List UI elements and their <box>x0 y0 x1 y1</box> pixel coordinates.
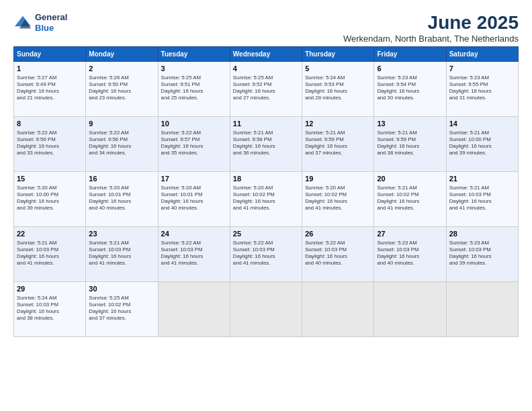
day-header-thursday: Thursday <box>302 47 374 62</box>
calendar-cell: 28Sunrise: 5:23 AMSunset: 10:03 PMDaylig… <box>446 227 518 282</box>
cell-details: Sunrise: 5:23 AMSunset: 9:54 PMDaylight:… <box>377 75 443 102</box>
header: General Blue June 2025 Werkendam, North … <box>13 12 519 44</box>
day-number: 20 <box>377 174 443 184</box>
calendar-cell: 1Sunrise: 5:27 AMSunset: 9:49 PMDaylight… <box>14 62 86 117</box>
calendar-cell <box>302 282 374 337</box>
cell-details: Sunrise: 5:20 AMSunset: 10:01 PMDaylight… <box>161 185 227 212</box>
day-number: 27 <box>377 229 443 239</box>
calendar-cell: 13Sunrise: 5:21 AMSunset: 9:59 PMDayligh… <box>374 117 446 172</box>
day-number: 23 <box>89 229 154 239</box>
calendar-cell <box>158 282 230 337</box>
day-number: 1 <box>17 64 83 74</box>
calendar-cell: 23Sunrise: 5:21 AMSunset: 10:03 PMDaylig… <box>86 227 158 282</box>
day-number: 30 <box>89 284 154 294</box>
calendar-cell: 16Sunrise: 5:20 AMSunset: 10:01 PMDaylig… <box>86 172 158 227</box>
cell-details: Sunrise: 5:25 AMSunset: 9:51 PMDaylight:… <box>161 75 227 102</box>
day-number: 10 <box>161 119 227 129</box>
logo-text: General Blue <box>35 12 67 33</box>
cell-details: Sunrise: 5:27 AMSunset: 9:49 PMDaylight:… <box>17 75 83 102</box>
calendar-cell: 19Sunrise: 5:20 AMSunset: 10:02 PMDaylig… <box>302 172 374 227</box>
day-number: 2 <box>89 64 154 74</box>
calendar-table: SundayMondayTuesdayWednesdayThursdayFrid… <box>13 46 519 337</box>
cell-details: Sunrise: 5:20 AMSunset: 10:01 PMDaylight… <box>89 185 154 212</box>
day-header-monday: Monday <box>86 47 158 62</box>
calendar-cell: 9Sunrise: 5:22 AMSunset: 9:56 PMDaylight… <box>86 117 158 172</box>
cell-details: Sunrise: 5:23 AMSunset: 10:03 PMDaylight… <box>377 240 443 267</box>
cell-details: Sunrise: 5:24 AMSunset: 10:03 PMDaylight… <box>17 295 83 322</box>
day-number: 4 <box>233 64 299 74</box>
day-number: 28 <box>449 229 515 239</box>
day-number: 5 <box>305 64 371 74</box>
calendar-cell: 18Sunrise: 5:20 AMSunset: 10:02 PMDaylig… <box>230 172 302 227</box>
title-block: June 2025 Werkendam, North Brabant, The … <box>343 12 519 44</box>
cell-details: Sunrise: 5:22 AMSunset: 9:56 PMDaylight:… <box>17 130 83 157</box>
cell-details: Sunrise: 5:20 AMSunset: 10:00 PMDaylight… <box>17 185 83 212</box>
calendar-cell: 2Sunrise: 5:26 AMSunset: 9:50 PMDaylight… <box>86 62 158 117</box>
calendar-cell <box>230 282 302 337</box>
calendar-cell: 5Sunrise: 5:24 AMSunset: 9:53 PMDaylight… <box>302 62 374 117</box>
day-number: 16 <box>89 174 154 184</box>
cell-details: Sunrise: 5:21 AMSunset: 9:59 PMDaylight:… <box>305 130 371 157</box>
calendar-cell: 29Sunrise: 5:24 AMSunset: 10:03 PMDaylig… <box>14 282 86 337</box>
cell-details: Sunrise: 5:21 AMSunset: 10:00 PMDaylight… <box>449 130 515 157</box>
cell-details: Sunrise: 5:20 AMSunset: 10:02 PMDaylight… <box>305 185 371 212</box>
month-title: June 2025 <box>343 12 519 34</box>
calendar-cell: 7Sunrise: 5:23 AMSunset: 9:55 PMDaylight… <box>446 62 518 117</box>
day-number: 15 <box>17 174 83 184</box>
calendar-cell: 17Sunrise: 5:20 AMSunset: 10:01 PMDaylig… <box>158 172 230 227</box>
day-number: 11 <box>233 119 299 129</box>
location-title: Werkendam, North Brabant, The Netherland… <box>343 34 519 44</box>
day-number: 14 <box>449 119 515 129</box>
calendar-cell: 10Sunrise: 5:22 AMSunset: 9:57 PMDayligh… <box>158 117 230 172</box>
day-number: 29 <box>17 284 83 294</box>
cell-details: Sunrise: 5:25 AMSunset: 9:52 PMDaylight:… <box>233 75 299 102</box>
calendar-cell: 8Sunrise: 5:22 AMSunset: 9:56 PMDaylight… <box>14 117 86 172</box>
calendar-cell <box>446 282 518 337</box>
day-number: 25 <box>233 229 299 239</box>
calendar-cell: 3Sunrise: 5:25 AMSunset: 9:51 PMDaylight… <box>158 62 230 117</box>
logo: General Blue <box>13 12 67 33</box>
cell-details: Sunrise: 5:22 AMSunset: 9:57 PMDaylight:… <box>161 130 227 157</box>
calendar-cell: 12Sunrise: 5:21 AMSunset: 9:59 PMDayligh… <box>302 117 374 172</box>
day-number: 12 <box>305 119 371 129</box>
day-number: 9 <box>89 119 154 129</box>
cell-details: Sunrise: 5:22 AMSunset: 10:03 PMDaylight… <box>233 240 299 267</box>
cell-details: Sunrise: 5:21 AMSunset: 10:03 PMDaylight… <box>89 240 154 267</box>
cell-details: Sunrise: 5:20 AMSunset: 10:02 PMDaylight… <box>233 185 299 212</box>
day-header-friday: Friday <box>374 47 446 62</box>
calendar-cell: 26Sunrise: 5:22 AMSunset: 10:03 PMDaylig… <box>302 227 374 282</box>
cell-details: Sunrise: 5:23 AMSunset: 9:55 PMDaylight:… <box>449 75 515 102</box>
day-number: 18 <box>233 174 299 184</box>
calendar-cell: 25Sunrise: 5:22 AMSunset: 10:03 PMDaylig… <box>230 227 302 282</box>
cell-details: Sunrise: 5:21 AMSunset: 10:03 PMDaylight… <box>17 240 83 267</box>
cell-details: Sunrise: 5:25 AMSunset: 10:02 PMDaylight… <box>89 295 154 322</box>
day-header-wednesday: Wednesday <box>230 47 302 62</box>
calendar-cell: 30Sunrise: 5:25 AMSunset: 10:02 PMDaylig… <box>86 282 158 337</box>
day-number: 26 <box>305 229 371 239</box>
cell-details: Sunrise: 5:22 AMSunset: 10:03 PMDaylight… <box>161 240 227 267</box>
day-header-sunday: Sunday <box>14 47 86 62</box>
day-number: 8 <box>17 119 83 129</box>
cell-details: Sunrise: 5:23 AMSunset: 10:03 PMDaylight… <box>449 240 515 267</box>
day-header-tuesday: Tuesday <box>158 47 230 62</box>
day-header-saturday: Saturday <box>446 47 518 62</box>
cell-details: Sunrise: 5:22 AMSunset: 10:03 PMDaylight… <box>305 240 371 267</box>
cell-details: Sunrise: 5:21 AMSunset: 10:03 PMDaylight… <box>449 185 515 212</box>
calendar-cell: 15Sunrise: 5:20 AMSunset: 10:00 PMDaylig… <box>14 172 86 227</box>
calendar-cell: 24Sunrise: 5:22 AMSunset: 10:03 PMDaylig… <box>158 227 230 282</box>
calendar-cell: 22Sunrise: 5:21 AMSunset: 10:03 PMDaylig… <box>14 227 86 282</box>
day-number: 7 <box>449 64 515 74</box>
day-number: 6 <box>377 64 443 74</box>
cell-details: Sunrise: 5:26 AMSunset: 9:50 PMDaylight:… <box>89 75 154 102</box>
logo-icon <box>13 15 32 31</box>
calendar-cell: 11Sunrise: 5:21 AMSunset: 9:58 PMDayligh… <box>230 117 302 172</box>
page: General Blue June 2025 Werkendam, North … <box>0 0 532 411</box>
calendar-cell: 4Sunrise: 5:25 AMSunset: 9:52 PMDaylight… <box>230 62 302 117</box>
day-number: 21 <box>449 174 515 184</box>
cell-details: Sunrise: 5:21 AMSunset: 10:02 PMDaylight… <box>377 185 443 212</box>
calendar-cell: 27Sunrise: 5:23 AMSunset: 10:03 PMDaylig… <box>374 227 446 282</box>
cell-details: Sunrise: 5:21 AMSunset: 9:58 PMDaylight:… <box>233 130 299 157</box>
day-number: 3 <box>161 64 227 74</box>
calendar-cell <box>374 282 446 337</box>
day-number: 19 <box>305 174 371 184</box>
